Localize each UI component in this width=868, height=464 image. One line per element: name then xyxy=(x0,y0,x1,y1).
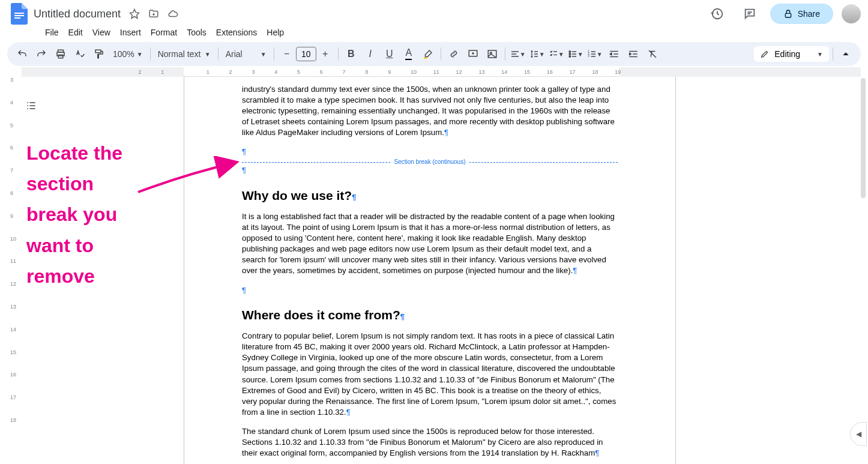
pilcrow-icon: ¶ xyxy=(444,128,448,137)
svg-rect-0 xyxy=(14,13,24,14)
svg-text:3: 3 xyxy=(588,55,589,58)
heading: Where does it come from? xyxy=(242,308,400,322)
account-avatar[interactable] xyxy=(842,4,861,23)
chevron-down-icon: ▼ xyxy=(137,51,143,58)
pilcrow-icon: ¶ xyxy=(595,448,599,457)
body-text: The standard chunk of Lorem Ipsum used s… xyxy=(242,427,603,457)
cloud-status-icon[interactable] xyxy=(167,8,178,19)
chevron-down-icon: ▼ xyxy=(205,51,211,58)
section-break-indicator[interactable]: Section break (continuous) xyxy=(242,162,618,163)
highlight-button[interactable] xyxy=(419,46,437,62)
star-icon[interactable] xyxy=(129,8,140,19)
annotation-arrow xyxy=(132,156,246,198)
svg-rect-2 xyxy=(14,17,20,19)
redo-button[interactable] xyxy=(32,46,50,62)
numbered-list-dropdown[interactable]: 123▼ xyxy=(586,46,604,62)
body-text: It is a long established fact that a rea… xyxy=(242,212,615,275)
svg-rect-3 xyxy=(785,13,791,17)
line-spacing-dropdown[interactable]: ▼ xyxy=(528,46,546,62)
pilcrow-icon: ¶ xyxy=(400,312,405,321)
paint-format-button[interactable] xyxy=(90,46,108,62)
vertical-scrollbar[interactable] xyxy=(861,78,866,198)
svg-point-11 xyxy=(569,51,571,53)
zoom-dropdown[interactable]: 100%▼ xyxy=(109,46,146,62)
decrease-font-size-button[interactable]: − xyxy=(278,46,296,62)
print-button[interactable] xyxy=(52,46,70,62)
heading: Why do we use it? xyxy=(242,188,352,202)
pilcrow-icon: ¶ xyxy=(573,266,577,275)
increase-indent-button[interactable] xyxy=(624,46,642,62)
svg-point-13 xyxy=(569,56,571,58)
menu-tools[interactable]: Tools xyxy=(182,25,211,40)
move-folder-icon[interactable] xyxy=(148,8,159,19)
lock-icon xyxy=(783,9,793,19)
spellcheck-button[interactable] xyxy=(71,46,89,62)
editing-mode-dropdown[interactable]: Editing ▼ xyxy=(754,46,829,62)
svg-point-12 xyxy=(569,53,571,55)
font-size-input[interactable]: 10 xyxy=(296,47,316,61)
document-title[interactable]: Untitled document xyxy=(34,8,121,20)
document-page[interactable]: industry's standard dummy text ever sinc… xyxy=(184,77,676,464)
chevron-down-icon: ▼ xyxy=(817,51,823,58)
font-dropdown[interactable]: Arial▼ xyxy=(222,46,270,62)
bulleted-list-dropdown[interactable]: ▼ xyxy=(567,46,585,62)
clear-formatting-button[interactable] xyxy=(643,46,662,62)
document-outline-button[interactable] xyxy=(23,97,40,114)
pilcrow-icon: ¶ xyxy=(242,147,246,156)
menu-file[interactable]: File xyxy=(41,25,63,40)
paragraph-style-dropdown[interactable]: Normal text▼ xyxy=(154,46,214,62)
history-icon[interactable] xyxy=(705,2,729,26)
collapse-toolbar-button[interactable] xyxy=(837,46,855,62)
comments-icon[interactable] xyxy=(738,2,762,26)
share-label: Share xyxy=(798,9,820,19)
underline-button[interactable]: U xyxy=(381,46,399,62)
annotation-callout: Locate the section break you want to rem… xyxy=(26,138,122,292)
pilcrow-icon: ¶ xyxy=(242,286,246,295)
align-dropdown[interactable]: ▼ xyxy=(509,46,527,62)
text-color-button[interactable]: A xyxy=(400,46,418,62)
bold-button[interactable]: B xyxy=(342,46,360,62)
insert-link-button[interactable] xyxy=(445,46,463,62)
italic-button[interactable]: I xyxy=(361,46,379,62)
body-text: industry's standard dummy text ever sinc… xyxy=(242,85,615,137)
svg-rect-7 xyxy=(95,50,101,53)
insert-image-button[interactable] xyxy=(483,46,501,62)
menu-format[interactable]: Format xyxy=(146,25,181,40)
body-text: Contrary to popular belief, Lorem Ipsum … xyxy=(242,331,616,417)
menu-extensions[interactable]: Extensions xyxy=(212,25,261,40)
pencil-icon xyxy=(760,49,770,59)
decrease-indent-button[interactable] xyxy=(605,46,623,62)
menu-insert[interactable]: Insert xyxy=(116,25,145,40)
menu-view[interactable]: View xyxy=(88,25,115,40)
pilcrow-icon: ¶ xyxy=(352,193,356,202)
svg-rect-1 xyxy=(14,15,24,16)
share-button[interactable]: Share xyxy=(770,4,833,24)
insert-comment-button[interactable] xyxy=(464,46,482,62)
undo-button[interactable] xyxy=(13,46,31,62)
checklist-dropdown[interactable]: ▼ xyxy=(547,46,565,62)
menu-help[interactable]: Help xyxy=(262,25,288,40)
menu-edit[interactable]: Edit xyxy=(64,25,87,40)
pilcrow-icon: ¶ xyxy=(346,408,351,417)
chevron-down-icon: ▼ xyxy=(261,51,267,58)
increase-font-size-button[interactable]: + xyxy=(316,46,334,62)
docs-logo[interactable] xyxy=(7,2,31,26)
